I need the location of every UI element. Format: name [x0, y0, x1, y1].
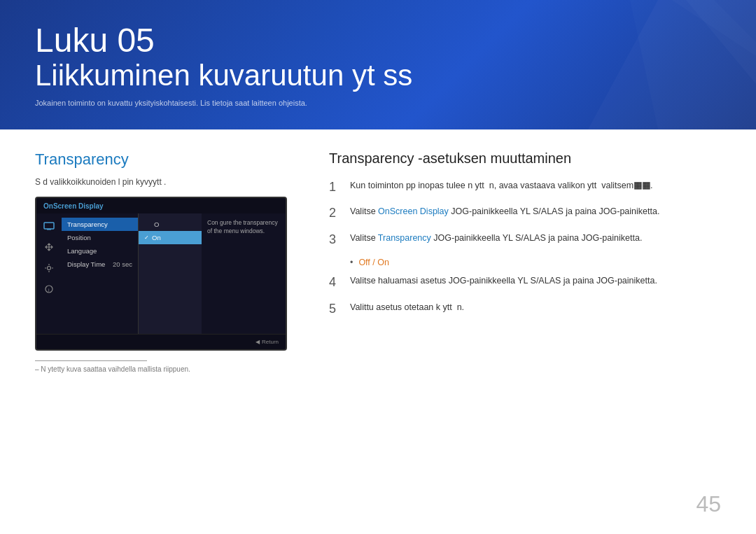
monitor-submenu-item-on: ✓ On: [139, 231, 202, 244]
monitor-icon-display: [42, 219, 56, 233]
chapter-label: Luku 05: [35, 22, 721, 59]
left-column: Transparency S d valikkoikkunoiden l pin…: [35, 150, 301, 373]
bullet-dot: •: [350, 258, 353, 267]
step-3-text: Valitse Transparency JOG-painikkeella YL…: [350, 232, 642, 245]
monitor-menu-item-transparency: Transparency: [62, 218, 138, 231]
svg-rect-4: [44, 223, 54, 229]
monitor-bottom-bar: ◀ Return: [36, 334, 286, 349]
monitor-menu-item-displaytime: Display Time20 sec: [62, 258, 138, 271]
page-number: 45: [696, 491, 721, 517]
svg-point-6: [48, 267, 51, 270]
chapter-subtitle: Liikkuminen kuvaruutun yt ss: [35, 59, 721, 92]
monitor-menu-panel: Transparency Position Language Display T…: [62, 213, 139, 334]
step-2-text: Valitse OnScreen Display JOG-painikkeell…: [350, 205, 659, 218]
footnote-text: – N ytetty kuva saattaa vaihdella mallis…: [35, 365, 301, 373]
monitor-submenu-panel: O ✓ On: [139, 213, 202, 334]
step-1-text: Kun toiminton pp inopas tulee n ytt n, a…: [350, 179, 653, 192]
off-on-label: Off / On: [358, 258, 389, 267]
monitor-content: i Transparency Position Language Display…: [36, 213, 286, 334]
step-4: 4 Valitse haluamasi asetus JOG-painikkee…: [329, 274, 721, 290]
monitor-icon-settings: [42, 261, 56, 275]
monitor-menu-item-position: Position: [62, 231, 138, 244]
step-3-bullet: • Off / On: [350, 258, 721, 267]
step-4-number: 4: [329, 274, 342, 290]
monitor-icon-info: i: [42, 282, 56, 296]
monitor-description-panel: Con gure the transparency of the menu wi…: [202, 213, 286, 334]
monitor-icons-sidebar: i: [36, 213, 62, 334]
step-4-text: Valitse haluamasi asetus JOG-painikkeell…: [350, 274, 657, 288]
header-description: Jokainen toiminto on kuvattu yksityiskoh…: [35, 99, 721, 107]
footnote-divider: [35, 360, 147, 361]
left-section-title: Transparency: [35, 150, 301, 169]
step-1: 1 Kun toiminton pp inopas tulee n ytt n,…: [329, 179, 721, 195]
monitor-return-label: ◀ Return: [255, 339, 279, 345]
page-chapter-title: Luku 05 Liikkuminen kuvaruutun yt ss: [35, 22, 721, 92]
step-5-number: 5: [329, 301, 342, 317]
step-2-highlight-onscreen: OnScreen Display: [378, 206, 449, 216]
step-5-text: Valittu asetus otetaan k ytt n.: [350, 301, 464, 314]
step-2: 2 Valitse OnScreen Display JOG-painikkee…: [329, 205, 721, 221]
page-header: Luku 05 Liikkuminen kuvaruutun yt ss Jok…: [0, 0, 756, 129]
monitor-desc-text: Con gure the transparency of the menu wi…: [207, 219, 280, 236]
steps-list: 1 Kun toiminton pp inopas tulee n ytt n,…: [329, 179, 721, 317]
main-content: Transparency S d valikkoikkunoiden l pin…: [0, 129, 756, 387]
step-5: 5 Valittu asetus otetaan k ytt n.: [329, 301, 721, 317]
step-3-highlight-transparency: Transparency: [378, 233, 431, 243]
step-2-number: 2: [329, 205, 342, 221]
monitor-top-bar-title: OnScreen Display: [43, 202, 104, 210]
svg-text:i: i: [48, 288, 50, 293]
step-3: 3 Valitse Transparency JOG-painikkeella …: [329, 232, 721, 248]
svg-rect-5: [47, 229, 51, 230]
right-section-title: Transparency -asetuksen muuttaminen: [329, 150, 721, 167]
monitor-icon-move: [42, 240, 56, 254]
step-1-number: 1: [329, 179, 342, 195]
monitor-submenu-item-off: O: [139, 218, 202, 231]
step-3-number: 3: [329, 232, 342, 248]
right-column: Transparency -asetuksen muuttaminen 1 Ku…: [329, 150, 721, 373]
monitor-top-bar: OnScreen Display: [36, 198, 286, 213]
left-section-desc: S d valikkoikkunoiden l pin kyvyytt .: [35, 177, 301, 187]
monitor-menu-item-language: Language: [62, 244, 138, 258]
monitor-mockup: OnScreen Display: [35, 197, 287, 351]
